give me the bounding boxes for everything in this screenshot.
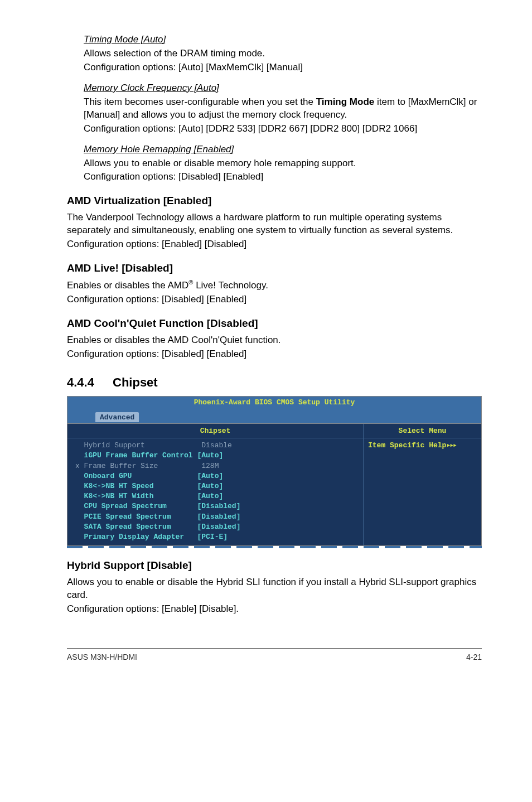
mem-hole-options: Configuration options: [Disabled] [Enabl… [84,171,482,183]
page-footer: ASUS M3N-H/HDMI 4-21 [67,648,482,663]
bios-row-label: Hybrid Support [84,441,197,450]
amd-virt-heading: AMD Virtualization [Enabled] [67,194,482,208]
amd-live-desc-a: Enables or disables the AMD [67,280,188,291]
bios-row-value: Disable [197,441,231,450]
mem-clock-desc-a: This item becomes user-configurable when… [84,96,316,107]
hybrid-options: Configuration options: [Enable] [Disable… [67,603,482,616]
bios-tab-advanced: Advanced [95,412,139,423]
amd-live-desc: Enables or disables the AMD® Live! Techn… [67,278,482,292]
bios-row-label: Onboard GPU [84,472,197,480]
bios-right-pane: Select Menu Item Specific Help▸▸▸ [363,424,481,545]
bios-setting-row: K8<->NB HT Width [Auto] [75,491,357,501]
bios-settings-list: Hybrid Support Disable iGPU Frame Buffer… [67,438,363,545]
bios-row-mark [75,523,84,531]
bios-row-label: SATA Spread Spectrum [84,523,197,531]
bios-row-mark [75,502,84,510]
bios-row-value: [Auto] [197,492,223,500]
bios-tab-bar: Advanced [67,409,482,423]
footer-left: ASUS M3N-H/HDMI [67,652,137,663]
bios-window-title: Phoenix-Award BIOS CMOS Setup Utility [67,396,482,409]
timing-mode-desc: Allows selection of the DRAM timing mode… [84,47,482,60]
amd-virt-desc: The Vanderpool Technology allows a hardw… [67,211,482,237]
section-number: 4.4.4 [67,374,113,391]
bios-setting-row: x Frame Buffer Size 128M [75,461,357,471]
bios-row-label: Primary Display Adapter [84,533,197,541]
bios-row-value: [Disabled] [197,502,240,510]
amd-virt-body: The Vanderpool Technology allows a hardw… [67,211,482,251]
mem-clock-desc: This item becomes user-configurable when… [84,96,482,122]
amd-virt-options: Configuration options: [Enabled] [Disabl… [67,238,482,251]
mem-clock-title: Memory Clock Frequency [Auto] [84,82,482,95]
bios-setting-row: PCIE Spread Spectrum [Disabled] [75,512,357,522]
timing-mode-options: Configuration options: [Auto] [MaxMemClk… [84,61,482,74]
bios-row-value: 128M [197,462,219,470]
bios-setting-row: SATA Spread Spectrum [Disabled] [75,522,357,532]
bios-left-heading: Chipset [67,424,363,439]
section-heading: 4.4.4Chipset [67,374,482,391]
bios-row-mark [75,472,84,480]
bios-row-mark: x [75,462,84,470]
amd-cool-options: Configuration options: [Disabled] [Enabl… [67,348,482,361]
bios-setting-row: K8<->NB HT Speed [Auto] [75,481,357,491]
bios-row-value: [Auto] [197,451,223,460]
amd-cool-desc: Enables or disables the AMD Cool'n'Quiet… [67,334,482,347]
bios-setting-row: Onboard GPU [Auto] [75,471,357,481]
bios-row-label: Frame Buffer Size [84,462,197,470]
bios-row-mark [75,513,84,521]
bios-setting-row: CPU Spread Spectrum [Disabled] [75,501,357,511]
bios-row-label: CPU Spread Spectrum [84,502,197,510]
bios-setting-row: Hybrid Support Disable [75,441,357,451]
bios-setting-row: iGPU Frame Buffer Control [Auto] [75,451,357,461]
amd-live-desc-c: Live! Technology. [193,280,268,291]
triple-arrow-icon: ▸▸▸ [446,441,456,451]
bios-row-value: [Disabled] [197,523,240,531]
bios-row-mark [75,482,84,490]
mem-hole-title: Memory Hole Remapping [Enabled] [84,143,482,156]
bios-help-label: Item Specific Help▸▸▸ [364,438,481,453]
bios-row-mark [75,451,84,460]
bios-row-label: PCIE Spread Spectrum [84,513,197,521]
bios-dashed-border [67,546,482,548]
bios-screenshot: Phoenix-Award BIOS CMOS Setup Utility Ad… [67,396,482,548]
mem-hole-block: Memory Hole Remapping [Enabled] Allows y… [84,143,482,184]
hybrid-heading: Hybrid Support [Disable] [67,558,482,573]
bios-row-mark [75,492,84,500]
amd-cool-heading: AMD Cool'n'Quiet Function [Disabled] [67,316,482,331]
mem-clock-bold: Timing Mode [316,96,375,107]
bios-inner-panel: Chipset Hybrid Support Disable iGPU Fram… [67,423,482,546]
mem-clock-options: Configuration options: [Auto] [DDR2 533]… [84,123,482,136]
bios-row-value: [Auto] [197,472,223,480]
amd-cool-body: Enables or disables the AMD Cool'n'Quiet… [67,334,482,361]
bios-row-value: [Auto] [197,482,223,490]
bios-row-label: K8<->NB HT Width [84,492,197,500]
bios-left-pane: Chipset Hybrid Support Disable iGPU Fram… [67,424,363,545]
section-title: Chipset [113,375,158,389]
bios-row-value: [PCI-E] [197,533,228,541]
hybrid-desc: Allows you to enable or disable the Hybr… [67,576,482,602]
amd-live-body: Enables or disables the AMD® Live! Techn… [67,278,482,306]
amd-live-options: Configuration options: [Disabled] [Enabl… [67,293,482,306]
timing-mode-title: Timing Mode [Auto] [84,33,482,46]
bios-help-text: Item Specific Help [368,441,446,450]
mem-hole-desc: Allows you to enable or disable memory h… [84,157,482,170]
bios-row-label: K8<->NB HT Speed [84,482,197,490]
bios-row-mark [75,533,84,541]
bios-row-label: iGPU Frame Buffer Control [84,451,197,460]
mem-clock-block: Memory Clock Frequency [Auto] This item … [84,82,482,136]
bios-row-value: [Disabled] [197,513,240,521]
footer-page-number: 4-21 [466,652,482,663]
bios-setting-row: Primary Display Adapter [PCI-E] [75,532,357,542]
timing-mode-block: Timing Mode [Auto] Allows selection of t… [84,33,482,74]
bios-row-mark [75,441,84,450]
bios-right-heading: Select Menu [364,424,481,439]
hybrid-body: Allows you to enable or disable the Hybr… [67,576,482,616]
amd-live-heading: AMD Live! [Disabled] [67,261,482,276]
